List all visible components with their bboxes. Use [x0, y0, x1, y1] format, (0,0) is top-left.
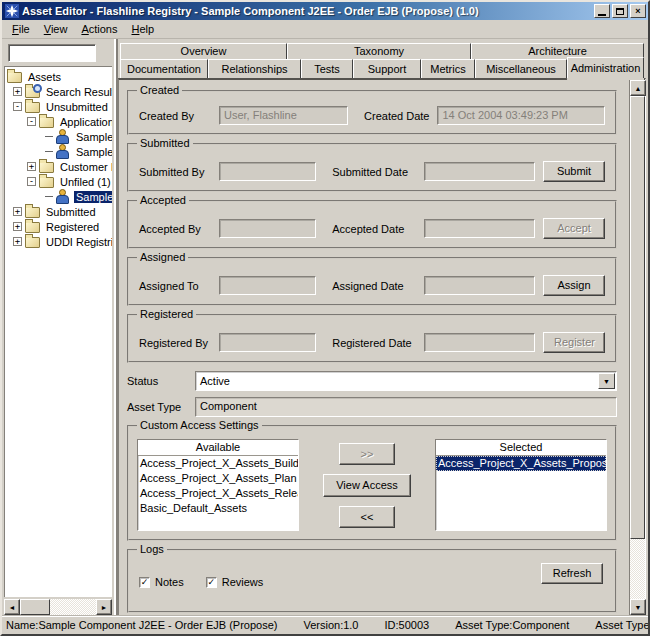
tab-taxonomy[interactable]: Taxonomy [287, 43, 471, 59]
tree-item-application[interactable]: - Application [7, 114, 112, 129]
tab-administration[interactable]: Administration [567, 57, 644, 78]
tree-item-assets[interactable]: Assets [7, 69, 112, 84]
dropdown-arrow-icon[interactable]: ▼ [598, 373, 615, 389]
tab-documentation[interactable]: Documentation [120, 59, 208, 78]
tab-relationships[interactable]: Relationships [208, 59, 301, 78]
available-access-list: Available Access_Project_X_Assets_Build … [137, 439, 299, 531]
scroll-up-icon[interactable]: ▲ [630, 80, 646, 96]
list-item-selected[interactable]: Access_Project_X_Assets_Propose [436, 456, 606, 471]
move-left-button[interactable]: << [339, 506, 395, 528]
tree-filter-input[interactable] [8, 44, 96, 62]
tree-item-label: Sample [74, 191, 112, 203]
reviews-checkbox-wrap: ✓ Reviews [206, 576, 264, 588]
tree-item-label: Sample [74, 131, 112, 143]
scrollbar-track[interactable] [630, 96, 645, 599]
list-item[interactable]: Access_Project_X_Assets_Build [138, 456, 298, 471]
list-item[interactable]: Basic_Default_Assets [138, 501, 298, 516]
tree-item-label: Unsubmitted [44, 101, 110, 113]
list-item[interactable]: Access_Project_X_Assets_Plan [138, 471, 298, 486]
scrollbar-thumb[interactable] [630, 96, 645, 539]
created-group: Created Created By User, Flashline Creat… [127, 90, 617, 135]
editor-panel: Overview Taxonomy Architecture Documenta… [116, 39, 648, 615]
tree-item-unsubmitted[interactable]: - Unsubmitted [7, 99, 112, 114]
assigned-to-label: Assigned To [139, 280, 211, 292]
menu-bar: File View Actions Help [2, 20, 648, 39]
assigned-to-field [219, 276, 316, 295]
status-label: Status [127, 375, 187, 387]
tab-metrics[interactable]: Metrics [421, 59, 475, 78]
expand-icon[interactable]: + [27, 162, 36, 171]
app-window: Asset Editor - Flashline Registry - Samp… [0, 0, 650, 636]
folder-icon [25, 237, 40, 248]
registered-group: Registered Registered By Registered Date… [127, 314, 617, 363]
menu-help[interactable]: Help [126, 21, 161, 37]
expand-icon[interactable]: + [13, 237, 22, 246]
menu-actions[interactable]: Actions [75, 21, 123, 37]
tree-horizontal-scrollbar[interactable]: ◄ ► [4, 599, 112, 615]
list-item[interactable]: Access_Project_X_Assets_Release [138, 486, 298, 501]
status-dropdown[interactable]: Active ▼ [195, 371, 617, 391]
registered-by-label: Registered By [139, 337, 211, 349]
tree-item-label: Application [58, 116, 112, 128]
logs-group: Logs ✓ Notes ✓ Reviews Refresh [127, 549, 617, 613]
tree-item-search-results[interactable]: + Search Results [7, 84, 112, 99]
collapse-icon[interactable]: - [13, 102, 22, 111]
asset-tree-panel: Assets + Search Results - Unsubmitted - [2, 39, 116, 615]
tab-support[interactable]: Support [353, 59, 421, 78]
accepted-by-field [219, 219, 316, 238]
submit-button[interactable]: Submit [543, 161, 605, 182]
scrollbar-track[interactable] [20, 599, 96, 615]
submitted-date-field [424, 162, 535, 181]
folder-icon [25, 207, 40, 218]
tree-item-sample-2[interactable]: Sample [7, 144, 112, 159]
expand-icon[interactable]: + [13, 87, 22, 96]
refresh-button[interactable]: Refresh [541, 563, 603, 584]
tab-miscellaneous[interactable]: Miscellaneous [475, 59, 567, 78]
view-access-button[interactable]: View Access [323, 474, 411, 497]
submitted-date-label: Submitted Date [332, 166, 416, 178]
expand-icon[interactable]: + [13, 207, 22, 216]
tree-item-unfiled[interactable]: - Unfiled (1) [7, 174, 112, 189]
status-value: Active [196, 375, 598, 387]
tree-item-sample-selected[interactable]: Sample [7, 189, 112, 204]
menu-file[interactable]: File [6, 21, 36, 37]
minimize-button[interactable] [594, 4, 610, 18]
scrollbar-thumb[interactable] [20, 599, 50, 615]
collapse-icon[interactable]: - [27, 177, 36, 186]
tab-overview[interactable]: Overview [120, 43, 287, 59]
notes-checkbox[interactable]: ✓ [139, 577, 150, 588]
collapse-icon[interactable]: - [27, 117, 36, 126]
tree-item-uddi[interactable]: + UDDI Registries [7, 234, 112, 249]
tree-line [45, 196, 53, 197]
selected-access-list: Selected Access_Project_X_Assets_Propose [435, 439, 607, 531]
maximize-button[interactable] [612, 4, 628, 18]
custom-access-group: Custom Access Settings Available Access_… [127, 425, 617, 541]
tree-item-label: Registered [44, 221, 101, 233]
menu-view[interactable]: View [38, 21, 74, 37]
submitted-group: Submitted Submitted By Submitted Date Su… [127, 143, 617, 192]
registered-by-field [219, 333, 316, 352]
folder-icon [39, 117, 54, 128]
content-vertical-scrollbar[interactable]: ▲ ▼ [629, 80, 645, 615]
close-button[interactable]: × [630, 4, 646, 18]
tree-item-sample-1[interactable]: Sample [7, 129, 112, 144]
tab-tests[interactable]: Tests [301, 59, 353, 78]
scroll-down-icon[interactable]: ▼ [630, 599, 646, 615]
scroll-left-icon[interactable]: ◄ [4, 599, 20, 615]
selected-header: Selected [436, 440, 606, 456]
assigned-group: Assigned Assigned To Assigned Date Assig… [127, 257, 617, 306]
reviews-checkbox[interactable]: ✓ [206, 577, 217, 588]
tree-item-label: UDDI Registries [44, 236, 112, 248]
tree-item-customer[interactable]: + Customer I [7, 159, 112, 174]
tree-item-submitted[interactable]: + Submitted [7, 204, 112, 219]
accepted-by-label: Accepted By [139, 223, 211, 235]
search-results-icon [25, 87, 40, 98]
tree-item-registered[interactable]: + Registered [7, 219, 112, 234]
assign-button[interactable]: Assign [543, 275, 605, 296]
accept-button: Accept [543, 218, 605, 239]
accepted-group-title: Accepted [137, 194, 189, 206]
created-by-field: User, Flashline [219, 106, 348, 125]
status-asset-type-id: Asset Type ID:145 [595, 619, 648, 631]
scroll-right-icon[interactable]: ► [96, 599, 112, 615]
expand-icon[interactable]: + [13, 222, 22, 231]
